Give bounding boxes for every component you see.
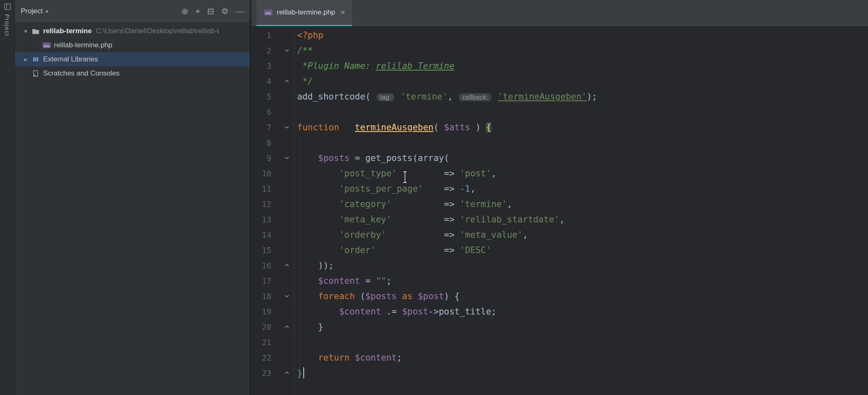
code-token — [395, 92, 400, 102]
code-line-20[interactable]: 20 } — [251, 319, 868, 334]
code-token: foreach — [318, 291, 355, 301]
fold-end-icon[interactable] — [271, 78, 294, 84]
php-icon: php — [41, 42, 51, 49]
code-editor[interactable]: 1<?php2/**3 *Plugin Name: relilab Termin… — [251, 27, 868, 395]
code-token: ( — [412, 153, 418, 163]
fold-start-icon[interactable] — [271, 293, 294, 299]
code-text[interactable]: *Plugin Name: relilab Termine — [297, 61, 454, 71]
fold-end-icon[interactable] — [271, 370, 294, 375]
code-text[interactable]: <?php — [297, 30, 323, 40]
code-text[interactable]: */ — [297, 76, 313, 86]
code-token: 'meta_value' — [460, 230, 523, 240]
code-text[interactable]: foreach ($posts as $post) { — [297, 291, 460, 301]
code-token: as — [402, 291, 412, 301]
tree-item-label: Scratches and Consoles — [43, 69, 119, 78]
code-line-7[interactable]: 7function termineAusgeben( $atts ) { — [251, 119, 868, 135]
code-token: $atts — [444, 122, 470, 132]
code-text[interactable]: 'orderby' => 'meta_value', — [297, 230, 528, 240]
code-text[interactable]: )); — [297, 261, 334, 271]
code-token: "" — [376, 276, 386, 286]
code-line-5[interactable]: 5add_shortcode( tag: 'termine', callback… — [251, 89, 868, 104]
code-token: .= — [381, 307, 402, 317]
code-line-15[interactable]: 15 'order' => 'DESC' — [251, 242, 868, 258]
code-token: , — [507, 199, 512, 209]
line-number: 17 — [251, 276, 271, 285]
code-text[interactable]: add_shortcode( tag: 'termine', callback:… — [297, 92, 597, 102]
code-text[interactable]: } — [297, 322, 323, 332]
line-number: 21 — [251, 338, 271, 347]
code-line-11[interactable]: 11 'posts_per_page' => -1, — [251, 181, 868, 196]
line-number: 20 — [251, 322, 271, 332]
code-line-2[interactable]: 2/** — [251, 43, 868, 58]
code-token: ->post_title; — [428, 307, 496, 317]
settings-icon[interactable]: ⚙ — [221, 7, 229, 15]
code-text[interactable]: function termineAusgeben( $atts ) { — [297, 122, 491, 132]
code-token — [423, 184, 444, 194]
tree-item-external-libraries[interactable]: ▸External Libraries — [15, 52, 250, 66]
code-line-14[interactable]: 14 'orderby' => 'meta_value', — [251, 227, 868, 242]
code-line-1[interactable]: 1<?php — [251, 27, 868, 43]
code-line-10[interactable]: 10 'post_type' => 'post', — [251, 166, 868, 181]
code-text[interactable]: 'order' => 'DESC' — [297, 245, 491, 255]
code-text[interactable]: 'meta_key' => 'relilab_startdate', — [297, 215, 565, 224]
code-text[interactable]: /** — [297, 46, 313, 56]
code-text[interactable]: 'post_type' => 'post', — [297, 168, 496, 178]
editor-tab-bar: php relilab-termine.php × — [251, 0, 868, 27]
code-line-16[interactable]: 16 )); — [251, 258, 868, 273]
code-line-18[interactable]: 18 foreach ($posts as $post) { — [251, 288, 868, 304]
tree-item-label: relilab-termine.php — [54, 41, 112, 49]
fold-end-icon[interactable] — [271, 324, 294, 329]
collapse-all-icon[interactable]: ⊟ — [207, 7, 214, 15]
code-text[interactable]: 'posts_per_page' => -1, — [297, 184, 475, 194]
line-number: 6 — [251, 107, 271, 117]
code-text[interactable]: $content .= $post->post_title; — [297, 307, 496, 317]
target-icon[interactable]: ⌖ — [195, 7, 200, 15]
code-token — [297, 245, 339, 255]
code-token: 'relilab_startdate' — [460, 215, 559, 224]
code-text[interactable]: 'category' => 'termine', — [297, 199, 512, 209]
code-token: } — [297, 322, 323, 332]
code-line-3[interactable]: 3 *Plugin Name: relilab Termine — [251, 58, 868, 73]
tree-item-scratches-and-consoles[interactable]: Scratches and Consoles — [15, 66, 250, 80]
project-tool-window-icon[interactable] — [4, 3, 11, 10]
code-text[interactable]: } — [297, 367, 304, 378]
code-line-9[interactable]: 9 $posts = get_posts(array( — [251, 150, 868, 166]
fold-start-icon[interactable] — [271, 155, 294, 161]
fold-end-icon[interactable] — [271, 263, 294, 268]
code-token: ( — [355, 291, 365, 301]
project-panel-title[interactable]: Project — [21, 7, 43, 15]
code-line-6[interactable]: 6 — [251, 104, 868, 119]
code-token: ; — [397, 353, 402, 363]
code-token: add_shortcode — [297, 92, 365, 102]
code-line-19[interactable]: 19 $content .= $post->post_title; — [251, 304, 868, 319]
code-line-17[interactable]: 17 $content = ""; — [251, 273, 868, 288]
code-text[interactable]: return $content; — [297, 353, 402, 363]
tree-item-relilab-termine-php[interactable]: phprelilab-termine.php — [15, 38, 250, 52]
project-panel: Project ▾ ⊕⌖⊟⚙— ▾relilab-termineC:\Users… — [15, 0, 251, 395]
chevron-right-icon[interactable]: ▸ — [21, 56, 31, 63]
svg-text:php: php — [44, 44, 49, 48]
code-token: * — [297, 61, 307, 71]
main-area: php relilab-termine.php × 1<?php2/**3 *P… — [251, 0, 868, 395]
tab-relilab-termine-php[interactable]: php relilab-termine.php × — [256, 0, 352, 26]
code-line-8[interactable]: 8 — [251, 135, 868, 150]
code-token: => — [444, 184, 460, 194]
tool-window-stripe-label[interactable]: Project — [4, 14, 11, 37]
code-text[interactable]: $posts = get_posts(array( — [297, 153, 449, 163]
fold-start-icon[interactable] — [271, 48, 294, 53]
locate-file-icon[interactable]: ⊕ — [181, 7, 188, 15]
code-token: */ — [297, 76, 313, 86]
code-line-21[interactable]: 21 — [251, 334, 868, 350]
fold-start-icon[interactable] — [271, 124, 294, 130]
code-line-12[interactable]: 12 'category' => 'termine', — [251, 196, 868, 212]
chevron-down-icon[interactable]: ▾ — [21, 28, 31, 34]
code-line-22[interactable]: 22 return $content; — [251, 350, 868, 365]
code-line-4[interactable]: 4 */ — [251, 73, 868, 89]
code-line-23[interactable]: 23} — [251, 365, 868, 380]
code-text[interactable]: $content = ""; — [297, 276, 392, 286]
tree-item-relilab-termine[interactable]: ▾relilab-termineC:\Users\Daniel\Desktop\… — [15, 24, 250, 38]
chevron-down-icon[interactable]: ▾ — [46, 8, 49, 15]
hide-panel-icon[interactable]: — — [236, 7, 244, 15]
close-tab-icon[interactable]: × — [341, 8, 345, 17]
code-line-13[interactable]: 13 'meta_key' => 'relilab_startdate', — [251, 212, 868, 227]
